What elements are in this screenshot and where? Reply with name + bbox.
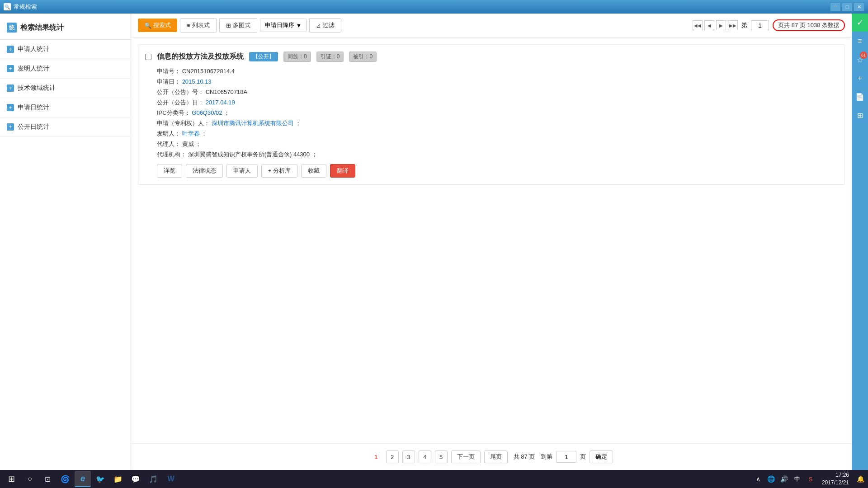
page-4[interactable]: 4	[419, 450, 431, 463]
app-button-4[interactable]: 🐦	[92, 471, 108, 487]
app-button-1[interactable]: ⊡	[39, 471, 56, 487]
last-page-button-top[interactable]: ▶▶	[728, 20, 738, 30]
patent-item: 信息的投放方法及投放系统 【公开】 同族：0 引证：0 被引：0 申请号： CN…	[138, 44, 845, 185]
sidebar-expand-inventor[interactable]: +	[7, 65, 14, 72]
agent-value: 黄威	[182, 141, 194, 147]
tray-expand[interactable]: ∧	[753, 471, 764, 487]
time-display: 17:26	[822, 471, 849, 479]
date-display: 2017/12/21	[822, 479, 849, 487]
legal-status-button[interactable]: 法律状态	[186, 164, 223, 178]
sidebar-item-inventor[interactable]: + 发明人统计	[0, 59, 131, 79]
page-input-top[interactable]	[751, 20, 769, 30]
pub-date-label: 公开（公告）日：	[157, 99, 204, 106]
sidebar-expand-pubdate[interactable]: +	[7, 123, 14, 131]
app-date-label: 申请日：	[157, 78, 180, 85]
next-page-button[interactable]: ▶	[716, 20, 726, 30]
sidebar-item-appdate[interactable]: + 申请日统计	[0, 98, 131, 117]
title-bar-left: 🔍 常规检索	[4, 3, 37, 11]
app-button-7[interactable]: 🎵	[145, 471, 161, 487]
analysis-button[interactable]: + 分析库	[261, 164, 297, 178]
goto-input[interactable]	[556, 451, 576, 463]
sidebar-item-applicant[interactable]: + 申请人统计	[0, 40, 131, 59]
notification-button[interactable]: 🔔	[855, 471, 866, 487]
app-button-browser[interactable]: e	[75, 471, 91, 487]
title-bar-controls[interactable]: ─ □ ✕	[830, 2, 864, 11]
start-button[interactable]: ⊞	[2, 471, 20, 487]
app-button-2[interactable]: 🌀	[57, 471, 73, 487]
first-page-button[interactable]: ◀◀	[693, 20, 703, 30]
app-button-word[interactable]: W	[163, 471, 179, 487]
detail-button[interactable]: 详览	[157, 164, 182, 178]
badge-public: 【公开】	[249, 52, 278, 61]
tray-network[interactable]: 🌐	[766, 471, 777, 487]
sidebar-expand-applicant[interactable]: +	[7, 46, 14, 53]
app-button-5[interactable]: 📁	[110, 471, 126, 487]
pub-date-value[interactable]: 2017.04.19	[206, 99, 235, 106]
page-3[interactable]: 3	[402, 450, 415, 463]
right-plus-button[interactable]: +	[852, 69, 868, 87]
pub-no-field: 公开（公告）号： CN106570718A	[145, 88, 838, 96]
right-sidebar: ✓ ≡ ☆ 61 + 📄 ⊞	[852, 14, 868, 470]
pub-no-value: CN106570718A	[206, 89, 248, 95]
applicant-value[interactable]: 深圳市腾讯计算机系统有限公司	[212, 120, 294, 127]
sidebar-title-icon: 统	[7, 23, 17, 33]
sidebar-item-label: 发明人统计	[18, 65, 49, 73]
prev-page-button[interactable]: ◀	[704, 20, 714, 30]
agency-field: 代理机构： 深圳翼盛智成知识产权事务所(普通合伙) 44300 ；	[145, 150, 838, 159]
right-star-button[interactable]: ☆ 61	[852, 51, 868, 69]
confirm-button[interactable]: 确定	[590, 450, 613, 463]
ipc-label: IPC分类号：	[157, 109, 190, 116]
applicant-button[interactable]: 申请人	[226, 164, 258, 178]
right-add-button[interactable]: ⊞	[852, 106, 868, 124]
chevron-down-icon: ▼	[296, 22, 302, 29]
next-page-btn[interactable]: 下一页	[451, 450, 481, 463]
sidebar-title-text: 检索结果统计	[20, 23, 64, 33]
sidebar-expand-tech[interactable]: +	[7, 84, 14, 92]
maximize-button[interactable]: □	[842, 2, 853, 11]
grid-icon: ⊞	[226, 22, 231, 29]
app-date-value[interactable]: 2015.10.13	[182, 78, 212, 85]
page-2[interactable]: 2	[386, 450, 399, 463]
tray-lang[interactable]: 中	[792, 471, 803, 487]
minimize-button[interactable]: ─	[830, 2, 841, 11]
search-mode-button[interactable]: 🔍 搜索式	[138, 19, 177, 32]
last-page-btn[interactable]: 尾页	[484, 450, 508, 463]
taskbar-time[interactable]: 17:26 2017/12/21	[818, 471, 853, 487]
sidebar-item-tech[interactable]: + 技术领域统计	[0, 79, 131, 98]
patent-actions: 详览 法律状态 申请人 + 分析库 收藏 翻译	[145, 164, 838, 178]
right-menu-button[interactable]: ≡	[852, 32, 868, 50]
close-button[interactable]: ✕	[854, 2, 864, 11]
page-suffix: 页	[580, 453, 586, 461]
inventor-value[interactable]: 叶幸春	[182, 130, 200, 137]
agent-suffix: ；	[195, 141, 201, 147]
sort-selector[interactable]: 申请日降序 ▼	[260, 19, 307, 32]
page-5[interactable]: 5	[435, 450, 448, 463]
tray-volume[interactable]: 🔊	[779, 471, 790, 487]
right-doc-button[interactable]: 📄	[852, 88, 868, 106]
patent-checkbox[interactable]	[145, 54, 151, 60]
app-no-field: 申请号： CN201510672814.4	[145, 67, 838, 75]
sidebar: 统 检索结果统计 + 申请人统计 + 发明人统计 + 技术领域统计 + 申请日统…	[0, 14, 131, 470]
filter-button[interactable]: ⊿ 过滤	[309, 18, 341, 33]
sidebar-item-pubdate[interactable]: + 公开日统计	[0, 117, 131, 137]
sidebar-title: 统 检索结果统计	[0, 18, 131, 40]
multi-mode-button[interactable]: ⊞ 多图式	[219, 18, 257, 33]
ipc-value[interactable]: G06Q30/02	[192, 109, 222, 116]
pagination-bottom: 1 2 3 4 5 下一页 尾页 共 87 页 到第 页 确定	[131, 443, 852, 470]
list-icon: ≡	[187, 22, 190, 29]
right-check-button[interactable]: ✓	[852, 14, 868, 32]
sort-label: 申请日降序	[265, 21, 294, 29]
inventor-suffix: ；	[201, 130, 207, 137]
sidebar-expand-appdate[interactable]: +	[7, 104, 14, 111]
app-button-6[interactable]: 💬	[127, 471, 144, 487]
badge-cited2: 被引：0	[349, 52, 377, 62]
collect-button[interactable]: 收藏	[301, 164, 326, 178]
list-mode-button[interactable]: ≡ 列表式	[180, 18, 217, 33]
sidebar-item-label: 申请日统计	[18, 103, 49, 112]
tray-ime[interactable]: S	[805, 471, 816, 487]
sidebar-item-label: 申请人统计	[18, 45, 49, 53]
translate-button[interactable]: 翻译	[330, 164, 355, 178]
search-taskbar-button[interactable]: ○	[22, 471, 38, 487]
page-1[interactable]: 1	[370, 450, 382, 463]
ipc-suffix: ；	[224, 109, 230, 116]
